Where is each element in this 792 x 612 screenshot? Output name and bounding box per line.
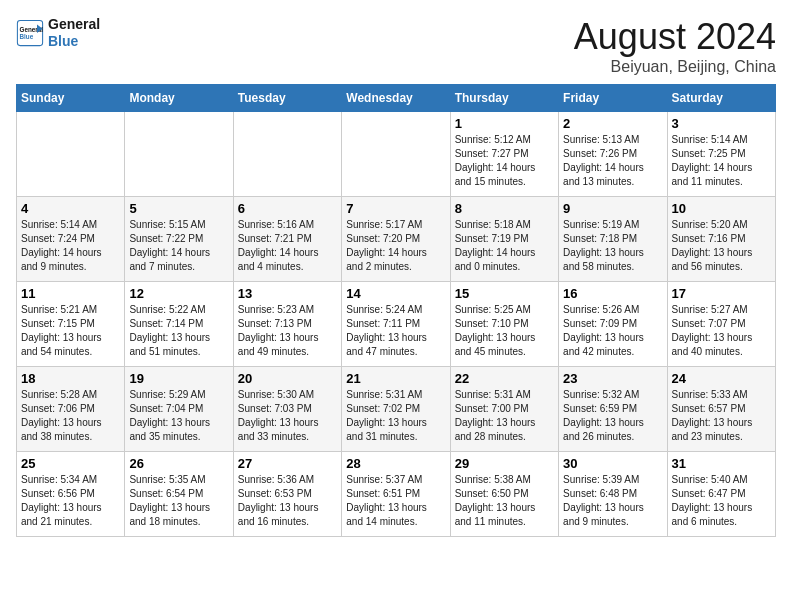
day-number: 10 — [672, 201, 771, 216]
col-header-sunday: Sunday — [17, 85, 125, 112]
calendar-header: SundayMondayTuesdayWednesdayThursdayFrid… — [17, 85, 776, 112]
day-cell-23: 23Sunrise: 5:32 AM Sunset: 6:59 PM Dayli… — [559, 367, 667, 452]
day-number: 11 — [21, 286, 120, 301]
day-cell-4: 4Sunrise: 5:14 AM Sunset: 7:24 PM Daylig… — [17, 197, 125, 282]
day-number: 1 — [455, 116, 554, 131]
day-info: Sunrise: 5:33 AM Sunset: 6:57 PM Dayligh… — [672, 388, 771, 444]
day-info: Sunrise: 5:30 AM Sunset: 7:03 PM Dayligh… — [238, 388, 337, 444]
day-info: Sunrise: 5:27 AM Sunset: 7:07 PM Dayligh… — [672, 303, 771, 359]
day-number: 29 — [455, 456, 554, 471]
day-number: 5 — [129, 201, 228, 216]
day-info: Sunrise: 5:16 AM Sunset: 7:21 PM Dayligh… — [238, 218, 337, 274]
day-cell-29: 29Sunrise: 5:38 AM Sunset: 6:50 PM Dayli… — [450, 452, 558, 537]
day-cell-6: 6Sunrise: 5:16 AM Sunset: 7:21 PM Daylig… — [233, 197, 341, 282]
day-info: Sunrise: 5:18 AM Sunset: 7:19 PM Dayligh… — [455, 218, 554, 274]
title-block: August 2024 Beiyuan, Beijing, China — [574, 16, 776, 76]
day-info: Sunrise: 5:14 AM Sunset: 7:24 PM Dayligh… — [21, 218, 120, 274]
week-row-1: 1Sunrise: 5:12 AM Sunset: 7:27 PM Daylig… — [17, 112, 776, 197]
day-number: 13 — [238, 286, 337, 301]
day-number: 4 — [21, 201, 120, 216]
day-info: Sunrise: 5:20 AM Sunset: 7:16 PM Dayligh… — [672, 218, 771, 274]
day-info: Sunrise: 5:19 AM Sunset: 7:18 PM Dayligh… — [563, 218, 662, 274]
day-cell-20: 20Sunrise: 5:30 AM Sunset: 7:03 PM Dayli… — [233, 367, 341, 452]
day-number: 9 — [563, 201, 662, 216]
day-info: Sunrise: 5:25 AM Sunset: 7:10 PM Dayligh… — [455, 303, 554, 359]
day-info: Sunrise: 5:13 AM Sunset: 7:26 PM Dayligh… — [563, 133, 662, 189]
day-cell-8: 8Sunrise: 5:18 AM Sunset: 7:19 PM Daylig… — [450, 197, 558, 282]
col-header-monday: Monday — [125, 85, 233, 112]
day-cell-26: 26Sunrise: 5:35 AM Sunset: 6:54 PM Dayli… — [125, 452, 233, 537]
day-number: 3 — [672, 116, 771, 131]
day-info: Sunrise: 5:24 AM Sunset: 7:11 PM Dayligh… — [346, 303, 445, 359]
logo: General Blue General Blue — [16, 16, 100, 50]
week-row-5: 25Sunrise: 5:34 AM Sunset: 6:56 PM Dayli… — [17, 452, 776, 537]
svg-text:Blue: Blue — [20, 33, 34, 40]
page-header: General Blue General Blue August 2024 Be… — [16, 16, 776, 76]
day-info: Sunrise: 5:32 AM Sunset: 6:59 PM Dayligh… — [563, 388, 662, 444]
day-cell-7: 7Sunrise: 5:17 AM Sunset: 7:20 PM Daylig… — [342, 197, 450, 282]
day-cell-1: 1Sunrise: 5:12 AM Sunset: 7:27 PM Daylig… — [450, 112, 558, 197]
day-number: 28 — [346, 456, 445, 471]
day-number: 23 — [563, 371, 662, 386]
day-cell-empty — [17, 112, 125, 197]
day-info: Sunrise: 5:28 AM Sunset: 7:06 PM Dayligh… — [21, 388, 120, 444]
col-header-tuesday: Tuesday — [233, 85, 341, 112]
day-cell-empty — [125, 112, 233, 197]
day-cell-18: 18Sunrise: 5:28 AM Sunset: 7:06 PM Dayli… — [17, 367, 125, 452]
day-cell-10: 10Sunrise: 5:20 AM Sunset: 7:16 PM Dayli… — [667, 197, 775, 282]
day-number: 14 — [346, 286, 445, 301]
logo-icon: General Blue — [16, 19, 44, 47]
day-info: Sunrise: 5:21 AM Sunset: 7:15 PM Dayligh… — [21, 303, 120, 359]
day-number: 17 — [672, 286, 771, 301]
day-number: 19 — [129, 371, 228, 386]
day-info: Sunrise: 5:23 AM Sunset: 7:13 PM Dayligh… — [238, 303, 337, 359]
week-row-2: 4Sunrise: 5:14 AM Sunset: 7:24 PM Daylig… — [17, 197, 776, 282]
day-cell-13: 13Sunrise: 5:23 AM Sunset: 7:13 PM Dayli… — [233, 282, 341, 367]
col-header-wednesday: Wednesday — [342, 85, 450, 112]
day-number: 21 — [346, 371, 445, 386]
day-info: Sunrise: 5:35 AM Sunset: 6:54 PM Dayligh… — [129, 473, 228, 529]
day-info: Sunrise: 5:29 AM Sunset: 7:04 PM Dayligh… — [129, 388, 228, 444]
day-number: 27 — [238, 456, 337, 471]
day-info: Sunrise: 5:39 AM Sunset: 6:48 PM Dayligh… — [563, 473, 662, 529]
day-cell-31: 31Sunrise: 5:40 AM Sunset: 6:47 PM Dayli… — [667, 452, 775, 537]
day-cell-9: 9Sunrise: 5:19 AM Sunset: 7:18 PM Daylig… — [559, 197, 667, 282]
col-header-saturday: Saturday — [667, 85, 775, 112]
day-number: 22 — [455, 371, 554, 386]
day-info: Sunrise: 5:26 AM Sunset: 7:09 PM Dayligh… — [563, 303, 662, 359]
day-number: 7 — [346, 201, 445, 216]
day-cell-17: 17Sunrise: 5:27 AM Sunset: 7:07 PM Dayli… — [667, 282, 775, 367]
day-number: 6 — [238, 201, 337, 216]
day-cell-25: 25Sunrise: 5:34 AM Sunset: 6:56 PM Dayli… — [17, 452, 125, 537]
day-info: Sunrise: 5:31 AM Sunset: 7:00 PM Dayligh… — [455, 388, 554, 444]
day-cell-2: 2Sunrise: 5:13 AM Sunset: 7:26 PM Daylig… — [559, 112, 667, 197]
day-number: 24 — [672, 371, 771, 386]
day-cell-22: 22Sunrise: 5:31 AM Sunset: 7:00 PM Dayli… — [450, 367, 558, 452]
day-number: 20 — [238, 371, 337, 386]
day-info: Sunrise: 5:37 AM Sunset: 6:51 PM Dayligh… — [346, 473, 445, 529]
day-cell-24: 24Sunrise: 5:33 AM Sunset: 6:57 PM Dayli… — [667, 367, 775, 452]
day-cell-11: 11Sunrise: 5:21 AM Sunset: 7:15 PM Dayli… — [17, 282, 125, 367]
week-row-4: 18Sunrise: 5:28 AM Sunset: 7:06 PM Dayli… — [17, 367, 776, 452]
day-info: Sunrise: 5:17 AM Sunset: 7:20 PM Dayligh… — [346, 218, 445, 274]
day-cell-30: 30Sunrise: 5:39 AM Sunset: 6:48 PM Dayli… — [559, 452, 667, 537]
day-info: Sunrise: 5:22 AM Sunset: 7:14 PM Dayligh… — [129, 303, 228, 359]
day-number: 16 — [563, 286, 662, 301]
col-header-thursday: Thursday — [450, 85, 558, 112]
day-info: Sunrise: 5:34 AM Sunset: 6:56 PM Dayligh… — [21, 473, 120, 529]
day-number: 2 — [563, 116, 662, 131]
day-cell-28: 28Sunrise: 5:37 AM Sunset: 6:51 PM Dayli… — [342, 452, 450, 537]
day-info: Sunrise: 5:15 AM Sunset: 7:22 PM Dayligh… — [129, 218, 228, 274]
day-info: Sunrise: 5:40 AM Sunset: 6:47 PM Dayligh… — [672, 473, 771, 529]
location-title: Beiyuan, Beijing, China — [574, 58, 776, 76]
calendar-table: SundayMondayTuesdayWednesdayThursdayFrid… — [16, 84, 776, 537]
day-cell-27: 27Sunrise: 5:36 AM Sunset: 6:53 PM Dayli… — [233, 452, 341, 537]
logo-text-general: General — [48, 16, 100, 33]
day-number: 18 — [21, 371, 120, 386]
day-info: Sunrise: 5:12 AM Sunset: 7:27 PM Dayligh… — [455, 133, 554, 189]
day-number: 8 — [455, 201, 554, 216]
day-cell-19: 19Sunrise: 5:29 AM Sunset: 7:04 PM Dayli… — [125, 367, 233, 452]
day-info: Sunrise: 5:31 AM Sunset: 7:02 PM Dayligh… — [346, 388, 445, 444]
day-cell-12: 12Sunrise: 5:22 AM Sunset: 7:14 PM Dayli… — [125, 282, 233, 367]
day-number: 12 — [129, 286, 228, 301]
